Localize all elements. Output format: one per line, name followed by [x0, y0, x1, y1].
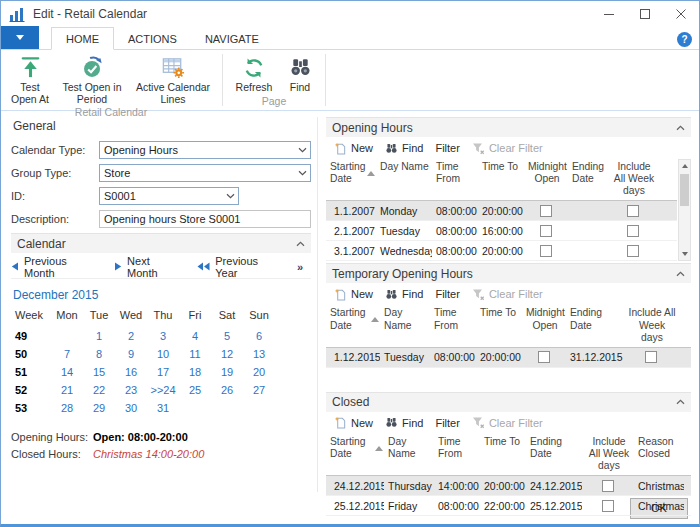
- find-button[interactable]: Find: [280, 53, 320, 94]
- calendar-section-header[interactable]: Calendar: [11, 233, 311, 253]
- scroll-down-icon[interactable]: [679, 247, 690, 260]
- table-row[interactable]: 2.1.2007Tuesday08:00:0016:00:00: [326, 221, 677, 241]
- column-header[interactable]: Starting Date: [326, 305, 380, 346]
- column-header[interactable]: Time From: [430, 305, 476, 346]
- checkbox[interactable]: [538, 351, 550, 363]
- active-calendar-lines-button[interactable]: Active Calendar Lines: [129, 53, 217, 106]
- clear-filter-button[interactable]: Clear Filter: [466, 140, 549, 157]
- table-row[interactable]: 3.1.2007Wednesday08:00:0020:00:00: [326, 241, 677, 261]
- checkbox[interactable]: [602, 500, 614, 512]
- new-button[interactable]: New: [328, 414, 379, 431]
- column-header[interactable]: Include All Week days: [624, 305, 678, 346]
- find-button[interactable]: Find: [379, 140, 429, 157]
- id-dropdown[interactable]: S0001: [99, 187, 239, 205]
- calendar-day[interactable]: 31: [147, 399, 179, 417]
- calendar-day[interactable]: 21: [51, 381, 83, 399]
- calendar-day[interactable]: 27: [243, 381, 275, 399]
- calendar-day[interactable]: >>24: [147, 381, 179, 399]
- more-commands-icon[interactable]: »: [297, 261, 311, 273]
- scrollbar-thumb[interactable]: [680, 174, 689, 206]
- filter-button[interactable]: Filter: [429, 286, 465, 302]
- calendar-day[interactable]: 28: [51, 399, 83, 417]
- calendar-day[interactable]: 16: [115, 363, 147, 381]
- filter-button[interactable]: Filter: [429, 140, 465, 156]
- calendar-day[interactable]: 5: [211, 327, 243, 345]
- table-row[interactable]: 24.12.2015Thursday14:00:0020:00:0024.12.…: [326, 476, 691, 496]
- checkbox[interactable]: [645, 351, 657, 363]
- calendar-type-dropdown[interactable]: Opening Hours: [99, 141, 311, 159]
- chevron-down-icon[interactable]: [222, 188, 238, 204]
- column-header[interactable]: Ending Date: [526, 434, 582, 475]
- calendar-day[interactable]: 2: [115, 327, 147, 345]
- calendar-day[interactable]: 1: [83, 327, 115, 345]
- column-header[interactable]: Reason Closed: [634, 434, 684, 475]
- next-month-button[interactable]: Next Month: [114, 255, 182, 279]
- close-button[interactable]: [663, 1, 699, 27]
- calendar-day[interactable]: 13: [243, 345, 275, 363]
- description-field[interactable]: Opening hours Store S0001: [99, 210, 311, 228]
- checkbox[interactable]: [602, 480, 614, 492]
- test-open-in-period-button[interactable]: Test Open in Period: [55, 53, 129, 106]
- column-header[interactable]: Time To: [478, 159, 524, 200]
- scroll-up-icon[interactable]: [679, 160, 690, 173]
- calendar-day[interactable]: 9: [115, 345, 147, 363]
- calendar-day[interactable]: 15: [83, 363, 115, 381]
- calendar-day[interactable]: 6: [243, 327, 275, 345]
- test-open-at-button[interactable]: Test Open At: [5, 53, 55, 106]
- tab-actions[interactable]: ACTIONS: [114, 28, 191, 49]
- refresh-button[interactable]: Refresh: [228, 53, 280, 94]
- grid-section-header[interactable]: Temporary Opening Hours: [326, 263, 691, 283]
- column-header[interactable]: Midnight Open: [522, 305, 566, 346]
- filter-button[interactable]: Filter: [429, 415, 465, 431]
- app-menu-button[interactable]: [1, 26, 39, 49]
- checkbox[interactable]: [627, 245, 639, 257]
- checkbox[interactable]: [627, 205, 639, 217]
- calendar-day[interactable]: 26: [211, 381, 243, 399]
- grid-section-header[interactable]: Closed: [326, 392, 691, 412]
- column-header[interactable]: Time From: [434, 434, 480, 475]
- help-icon[interactable]: ?: [677, 32, 692, 47]
- column-header[interactable]: Midnight Open: [524, 159, 568, 200]
- collapse-icon[interactable]: [676, 399, 685, 405]
- find-button[interactable]: Find: [379, 286, 429, 303]
- previous-month-button[interactable]: Previous Month: [11, 255, 99, 279]
- column-header[interactable]: Ending Date: [566, 305, 624, 346]
- grid-section-header[interactable]: Opening Hours: [326, 117, 691, 137]
- calendar-day[interactable]: 18: [179, 363, 211, 381]
- column-header[interactable]: Time To: [480, 434, 526, 475]
- checkbox[interactable]: [627, 225, 639, 237]
- clear-filter-button[interactable]: Clear Filter: [466, 414, 549, 431]
- calendar-day[interactable]: 11: [179, 345, 211, 363]
- tab-home[interactable]: HOME: [51, 27, 114, 50]
- column-header[interactable]: Ending Date: [568, 159, 608, 200]
- clear-filter-button[interactable]: Clear Filter: [466, 286, 549, 303]
- collapse-icon[interactable]: [676, 271, 685, 277]
- checkbox[interactable]: [540, 245, 552, 257]
- calendar-day[interactable]: 20: [243, 363, 275, 381]
- column-header[interactable]: Day Name: [376, 159, 432, 200]
- calendar-day[interactable]: 8: [83, 345, 115, 363]
- new-button[interactable]: New: [328, 286, 379, 303]
- calendar-day[interactable]: 25: [179, 381, 211, 399]
- column-header[interactable]: Time To: [476, 305, 522, 346]
- maximize-button[interactable]: [627, 1, 663, 27]
- calendar-day[interactable]: 4: [179, 327, 211, 345]
- table-row[interactable]: 1.12.2015Tuesday08:00:0020:00:0031.12.20…: [326, 348, 691, 368]
- checkbox[interactable]: [540, 225, 552, 237]
- chevron-down-icon[interactable]: [294, 165, 310, 181]
- checkbox[interactable]: [540, 205, 552, 217]
- calendar-day[interactable]: 12: [211, 345, 243, 363]
- calendar-day[interactable]: 23: [115, 381, 147, 399]
- calendar-day[interactable]: 29: [83, 399, 115, 417]
- scrollbar[interactable]: [678, 159, 691, 261]
- collapse-icon[interactable]: [676, 125, 685, 131]
- collapse-icon[interactable]: [296, 241, 305, 247]
- calendar-day[interactable]: 22: [83, 381, 115, 399]
- column-header[interactable]: Starting Date: [326, 159, 376, 200]
- calendar-day[interactable]: 14: [51, 363, 83, 381]
- group-type-dropdown[interactable]: Store: [99, 164, 311, 182]
- column-header[interactable]: Include All Week days: [582, 434, 634, 475]
- column-header[interactable]: Day Name: [380, 305, 430, 346]
- column-header[interactable]: Include All Week days: [608, 159, 658, 200]
- minimize-button[interactable]: [591, 1, 627, 27]
